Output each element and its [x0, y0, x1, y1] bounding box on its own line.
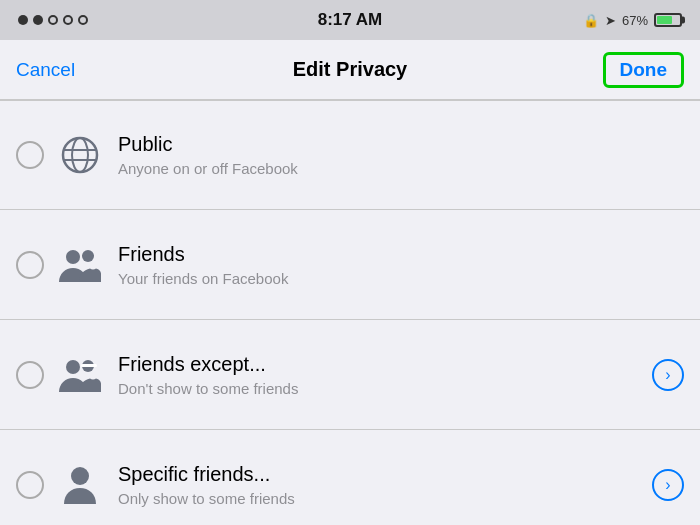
svg-point-0	[63, 138, 97, 172]
dot-5	[78, 15, 88, 25]
options-list: Public Anyone on or off Facebook Friends…	[0, 100, 700, 525]
globe-icon	[58, 133, 102, 177]
svg-rect-8	[81, 364, 97, 367]
dot-3	[48, 15, 58, 25]
chevron-specific-friends[interactable]: ›	[652, 469, 684, 501]
lock-icon: 🔒	[583, 13, 599, 28]
status-dots	[18, 15, 88, 25]
dot-2	[33, 15, 43, 25]
battery-icon	[654, 13, 682, 27]
status-time: 8:17 AM	[318, 10, 383, 30]
svg-point-1	[72, 138, 88, 172]
nav-bar: Cancel Edit Privacy Done	[0, 40, 700, 100]
svg-point-9	[71, 467, 89, 485]
page-title: Edit Privacy	[293, 58, 408, 81]
option-specific-subtitle: Only show to some friends	[118, 490, 652, 507]
option-friends-text: Friends Your friends on Facebook	[118, 243, 684, 287]
option-public[interactable]: Public Anyone on or off Facebook	[0, 100, 700, 210]
person-icon	[58, 463, 102, 507]
radio-specific-friends[interactable]	[16, 471, 44, 499]
option-public-subtitle: Anyone on or off Facebook	[118, 160, 684, 177]
friends-minus-icon	[58, 353, 102, 397]
battery-fill	[657, 16, 672, 24]
battery-percent: 67%	[622, 13, 648, 28]
dot-1	[18, 15, 28, 25]
option-friends-except[interactable]: Friends except... Don't show to some fri…	[0, 320, 700, 430]
radio-friends-except[interactable]	[16, 361, 44, 389]
svg-point-5	[82, 250, 94, 262]
option-friends-title: Friends	[118, 243, 684, 266]
option-friends[interactable]: Friends Your friends on Facebook	[0, 210, 700, 320]
option-specific-friends[interactable]: Specific friends... Only show to some fr…	[0, 430, 700, 525]
option-public-text: Public Anyone on or off Facebook	[118, 133, 684, 177]
option-specific-text: Specific friends... Only show to some fr…	[118, 463, 652, 507]
status-bar: 8:17 AM 🔒 ➤ 67%	[0, 0, 700, 40]
option-friends-except-text: Friends except... Don't show to some fri…	[118, 353, 652, 397]
radio-friends[interactable]	[16, 251, 44, 279]
svg-point-4	[66, 250, 80, 264]
cancel-button[interactable]: Cancel	[16, 59, 75, 81]
done-button[interactable]: Done	[603, 52, 685, 88]
dot-4	[63, 15, 73, 25]
svg-point-6	[66, 360, 80, 374]
option-public-title: Public	[118, 133, 684, 156]
option-friends-except-title: Friends except...	[118, 353, 652, 376]
option-specific-title: Specific friends...	[118, 463, 652, 486]
status-right: 🔒 ➤ 67%	[583, 13, 682, 28]
location-icon: ➤	[605, 13, 616, 28]
battery-body	[654, 13, 682, 27]
option-friends-except-subtitle: Don't show to some friends	[118, 380, 652, 397]
chevron-friends-except[interactable]: ›	[652, 359, 684, 391]
radio-public[interactable]	[16, 141, 44, 169]
friends-icon	[58, 243, 102, 287]
option-friends-subtitle: Your friends on Facebook	[118, 270, 684, 287]
